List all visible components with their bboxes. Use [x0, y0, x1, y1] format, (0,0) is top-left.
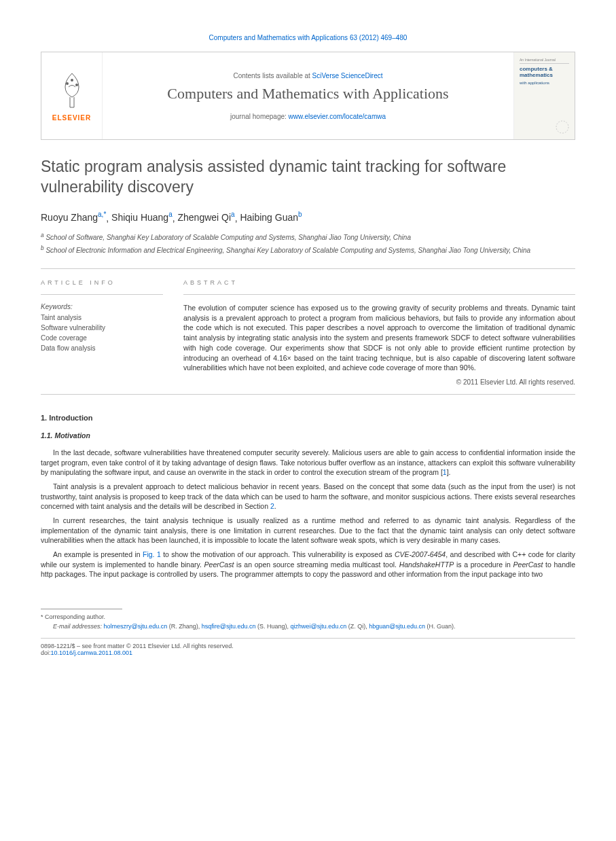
author-aff-link-0[interactable]: a,* [98, 211, 106, 219]
homepage-prefix: journal homepage: [230, 113, 289, 120]
article-title: Static program analysis assisted dynamic… [41, 157, 575, 198]
footer-divider [41, 609, 122, 609]
elsevier-logo: ELSEVIER [41, 52, 103, 139]
doi-line: doi:10.1016/j.camwa.2011.08.001 [41, 649, 575, 656]
doi-link[interactable]: 10.1016/j.camwa.2011.08.001 [51, 649, 133, 656]
divider [41, 394, 575, 395]
author-aff-link-2[interactable]: a [231, 211, 235, 219]
divider [183, 294, 575, 295]
corresponding-author: * Corresponding author. [41, 613, 575, 620]
journal-header-box: ELSEVIER Contents lists available at Sci… [41, 52, 575, 140]
contents-available-text: Contents lists available at SciVerse Sci… [233, 72, 382, 79]
email-link-1[interactable]: hsqfire@sjtu.edu.cn [202, 623, 256, 630]
section-introduction: 1. Introduction [41, 414, 575, 422]
keyword-3: Data flow analysis [41, 343, 163, 353]
svg-point-3 [556, 121, 568, 133]
affiliation-a: a School of Software, Shanghai Key Labor… [41, 231, 575, 243]
copyright-line: 0898-1221/$ – see front matter © 2011 El… [41, 638, 575, 649]
author-name-1: Shiqiu Huanga [111, 212, 173, 223]
keyword-2: Code coverage [41, 333, 163, 343]
peercast-term-2: PeerCast [513, 560, 543, 569]
email-link-0[interactable]: holmeszry@sjtu.edu.cn [104, 623, 168, 630]
info-abstract-row: ARTICLE INFO Keywords: Taint analysis So… [41, 279, 575, 386]
author-aff-link-1[interactable]: a [168, 211, 173, 219]
paragraph-2: Taint analysis is a prevalent approach t… [41, 482, 575, 512]
keyword-1: Software vulnerability [41, 323, 163, 333]
peercast-term: PeerCast [204, 560, 234, 569]
homepage-link[interactable]: www.elsevier.com/locate/camwa [289, 113, 386, 120]
header-citation: Computers and Mathematics with Applicati… [41, 34, 575, 41]
cve-id: CVE-2007-6454 [395, 550, 446, 558]
handshake-term: HandshakeHTTP [399, 560, 454, 569]
author-name-2: Zhengwei Qia [177, 212, 234, 223]
article-info-column: ARTICLE INFO Keywords: Taint analysis So… [41, 279, 163, 386]
paragraph-3: In current researches, the taint analysi… [41, 516, 575, 545]
authors-line: Ruoyu Zhanga,*, Shiqiu Huanga, Zhengwei … [41, 211, 575, 223]
abstract-text: The evolution of computer science has ex… [183, 303, 575, 373]
cover-title: computers & mathematics [520, 66, 569, 78]
homepage-text: journal homepage: www.elsevier.com/locat… [230, 113, 386, 120]
paragraph-4: An example is presented in Fig. 1 to sho… [41, 550, 575, 579]
author-name-0: Ruoyu Zhanga,* [41, 212, 106, 223]
contents-prefix: Contents lists available at [233, 72, 312, 79]
journal-center-panel: Contents lists available at SciVerse Sci… [103, 52, 513, 139]
affiliations: a School of Software, Shanghai Key Labor… [41, 231, 575, 256]
figure-link-1[interactable]: Fig. 1 [143, 550, 161, 558]
svg-point-0 [66, 82, 69, 85]
divider [41, 268, 575, 269]
journal-name: Computers and Mathematics with Applicati… [167, 85, 448, 103]
divider [41, 294, 163, 295]
sciencedirect-link[interactable]: SciVerse ScienceDirect [312, 72, 383, 79]
abstract-header: ABSTRACT [183, 279, 575, 286]
affiliation-b: b School of Electronic Information and E… [41, 244, 575, 256]
email-label: E-mail addresses: [53, 623, 102, 630]
abstract-column: ABSTRACT The evolution of computer scien… [183, 279, 575, 386]
cover-badge-icon [556, 120, 569, 134]
abstract-copyright: © 2011 Elsevier Ltd. All rights reserved… [183, 378, 575, 386]
svg-point-2 [71, 79, 73, 82]
author-aff-link-3[interactable]: b [298, 211, 302, 219]
email-link-2[interactable]: qizhwei@sjtu.edu.cn [291, 623, 347, 630]
paragraph-1: In the last decade, software vulnerabili… [41, 448, 575, 478]
keyword-0: Taint analysis [41, 312, 163, 323]
article-info-header: ARTICLE INFO [41, 279, 163, 286]
journal-cover-thumbnail: An International Journal computers & mat… [513, 52, 575, 139]
svg-point-1 [75, 84, 78, 86]
elsevier-brand-text: ELSEVIER [52, 114, 91, 122]
elsevier-tree-icon [55, 70, 89, 111]
email-link-3[interactable]: hbguan@sjtu.edu.cn [369, 623, 425, 630]
subsection-motivation: 1.1. Motivation [41, 431, 575, 440]
footer: * Corresponding author. E-mail addresses… [41, 603, 575, 656]
email-addresses: E-mail addresses: holmeszry@sjtu.edu.cn … [53, 623, 575, 630]
keywords-label: Keywords: [41, 303, 163, 310]
author-name-3: Haibing Guanb [240, 212, 302, 223]
